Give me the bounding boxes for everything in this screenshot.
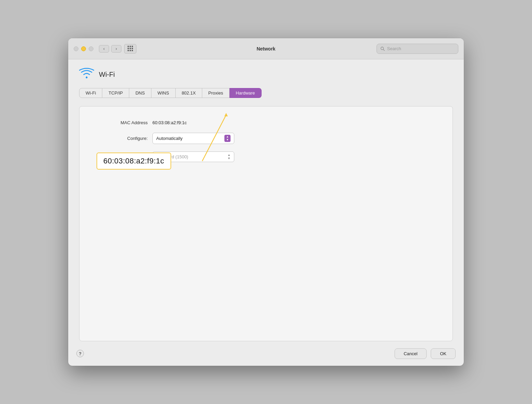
mtu-arrows: ▲ ▼ <box>227 154 231 160</box>
desktop: ‹ › Network Search <box>0 0 532 404</box>
help-button[interactable]: ? <box>76 350 84 357</box>
traffic-lights <box>74 46 93 51</box>
annotation-text: 60:03:08:a2:f9:1c <box>103 157 164 165</box>
wifi-icon <box>79 68 94 81</box>
configure-row: Configure: Automatically ▲ ▼ <box>100 133 432 144</box>
forward-button[interactable]: › <box>111 45 121 53</box>
search-box[interactable]: Search <box>376 44 458 54</box>
annotation-container: 60:03:08:a2:f9:1c <box>97 153 171 170</box>
svg-marker-4 <box>224 113 228 116</box>
tab-8021x[interactable]: 802.1X <box>176 88 202 98</box>
minimize-button[interactable] <box>81 46 86 51</box>
ok-button[interactable]: OK <box>431 348 456 359</box>
cancel-button[interactable]: Cancel <box>395 348 427 359</box>
mac-address-row: MAC Address 60:03:08:a2:f9:1c <box>100 120 432 125</box>
tab-wifi[interactable]: Wi-Fi <box>79 88 102 98</box>
tabs: Wi-Fi TCP/IP DNS WINS 802.1X Proxies Har… <box>79 88 453 98</box>
grid-icon <box>128 46 133 52</box>
svg-point-2 <box>86 76 87 78</box>
grid-button[interactable] <box>124 44 136 54</box>
configure-label: Configure: <box>100 136 148 141</box>
tab-tcpip[interactable]: TCP/IP <box>102 88 129 98</box>
search-placeholder: Search <box>387 46 401 51</box>
nav-buttons: ‹ › <box>99 45 121 53</box>
hardware-panel: MAC Address 60:03:08:a2:f9:1c Configure:… <box>79 106 453 341</box>
svg-line-1 <box>383 49 385 50</box>
window-title: Network <box>256 46 275 52</box>
tab-proxies[interactable]: Proxies <box>202 88 230 98</box>
configure-dropdown[interactable]: Automatically ▲ ▼ <box>152 133 234 144</box>
titlebar: ‹ › Network Search <box>68 38 464 59</box>
maximize-button[interactable] <box>89 46 93 51</box>
tab-hardware[interactable]: Hardware <box>230 88 261 98</box>
search-icon <box>380 46 385 51</box>
tab-dns[interactable]: DNS <box>129 88 151 98</box>
mac-address-label: MAC Address <box>100 120 148 125</box>
tab-wins[interactable]: WINS <box>151 88 176 98</box>
content-area: Wi-Fi Wi-Fi TCP/IP DNS WINS 802.1X Proxi… <box>68 59 464 341</box>
back-button[interactable]: ‹ <box>99 45 109 53</box>
wifi-header: Wi-Fi <box>79 68 453 81</box>
configure-arrows: ▲ ▼ <box>224 135 231 142</box>
close-button[interactable] <box>74 46 78 51</box>
mac-address-value: 60:03:08:a2:f9:1c <box>152 120 187 125</box>
window: ‹ › Network Search <box>68 38 464 366</box>
bottom-bar: ? Cancel OK <box>68 341 464 366</box>
bottom-buttons: Cancel OK <box>395 348 456 359</box>
wifi-label: Wi-Fi <box>99 71 115 78</box>
annotation-box: 60:03:08:a2:f9:1c <box>97 153 171 170</box>
configure-value: Automatically <box>156 136 182 141</box>
